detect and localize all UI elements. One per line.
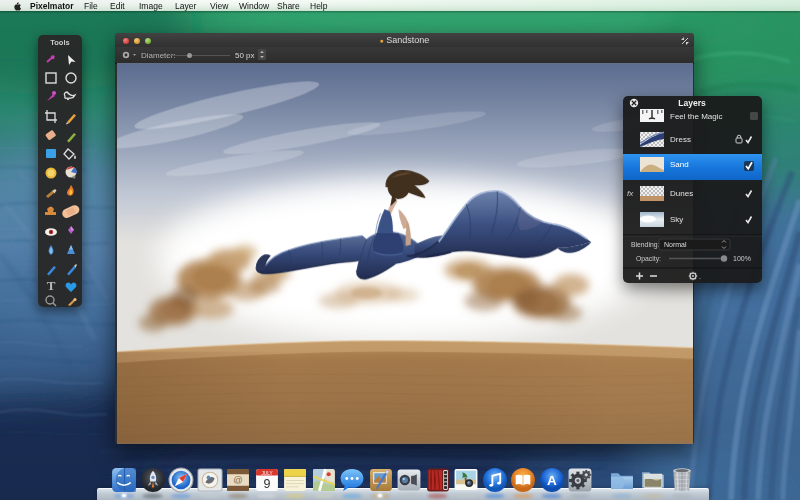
svg-text:Feel the Magic: Feel the Magic	[670, 112, 722, 121]
svg-text:fx: fx	[627, 189, 634, 198]
svg-text:A: A	[547, 473, 557, 488]
svg-text:Opacity:: Opacity:	[636, 255, 661, 263]
svg-text:@: @	[233, 475, 243, 485]
svg-text:Blending:: Blending:	[631, 241, 659, 249]
svg-text:Sand: Sand	[670, 160, 689, 169]
svg-text:Dress: Dress	[670, 135, 691, 144]
svg-text:.: .	[699, 273, 701, 280]
svg-text:JULY: JULY	[261, 471, 272, 476]
svg-text:100%: 100%	[733, 255, 751, 262]
svg-text:Layers: Layers	[678, 98, 706, 108]
svg-text:T: T	[47, 278, 56, 293]
svg-text:9: 9	[264, 477, 271, 491]
svg-text:Normal: Normal	[664, 241, 687, 248]
svg-text:Sky: Sky	[670, 215, 683, 224]
svg-text:Dunes: Dunes	[670, 189, 693, 198]
